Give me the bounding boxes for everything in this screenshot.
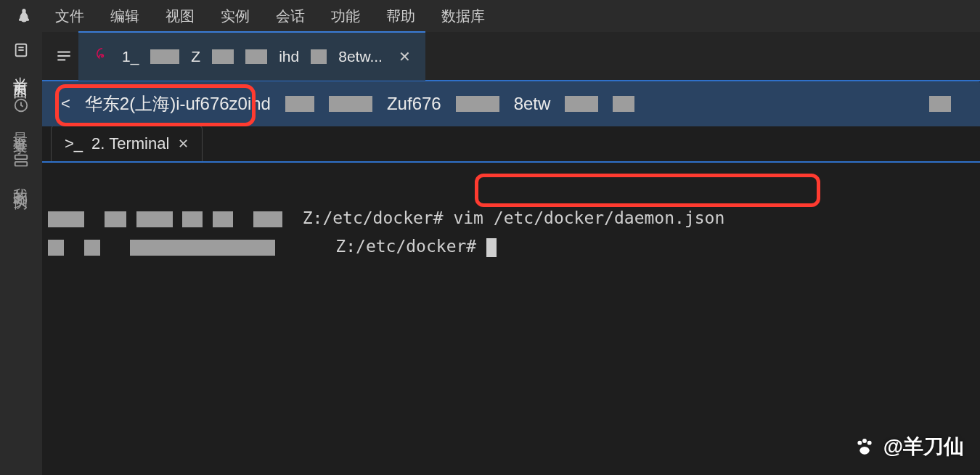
sidebar-tab-recent-login[interactable]: 最近登录	[12, 97, 31, 132]
breadcrumb-frag: 8etw	[514, 94, 551, 114]
terminal-tab-label: 2. Terminal	[91, 134, 169, 153]
sidebar-tab-label: 当前页面	[12, 65, 31, 77]
watermark-text: @羊刀仙	[883, 433, 964, 460]
svg-rect-4	[15, 155, 28, 160]
terminal-cursor	[486, 238, 497, 257]
svg-point-10	[862, 439, 867, 443]
menu-bar: 文件 编辑 视图 实例 会话 功能 帮助 数据库	[0, 0, 980, 32]
hamburger-icon[interactable]	[49, 46, 78, 65]
close-icon[interactable]: ✕	[178, 136, 189, 152]
tab-label-part: Z	[191, 48, 200, 65]
session-tab-bar: 1_ Z ihd 8etw... ✕	[42, 32, 980, 81]
sidebar-tab-my-instances[interactable]: 我的实例	[12, 153, 31, 187]
svg-point-12	[859, 447, 869, 455]
menu-database[interactable]: 数据库	[428, 7, 498, 26]
breadcrumb-bar: < 华东2(上海)i-uf676z0ihd Zuf676 8etw	[42, 81, 980, 126]
menu-edit[interactable]: 编辑	[97, 7, 152, 26]
menu-function[interactable]: 功能	[318, 7, 373, 26]
sidebar-tab-current-page[interactable]: 当前页面	[12, 42, 31, 77]
sidebar-tab-label: 最近登录	[12, 121, 31, 132]
terminal-output[interactable]: Z:/etc/docker# vim /etc/docker/daemon.js…	[42, 163, 980, 302]
menu-help[interactable]: 帮助	[373, 7, 428, 26]
linux-icon	[6, 7, 42, 25]
terminal-prompt-icon: >_	[65, 134, 83, 153]
menu-session[interactable]: 会话	[263, 7, 318, 26]
debian-icon	[94, 46, 110, 67]
session-tab[interactable]: 1_ Z ihd 8etw... ✕	[78, 31, 425, 81]
svg-point-11	[867, 441, 871, 445]
tab-label-part: 8etw...	[338, 48, 383, 65]
terminal-text: Z:/etc/docker#	[303, 208, 454, 227]
svg-point-9	[857, 441, 862, 445]
left-sidebar: 当前页面 最近登录 我的实例	[0, 32, 42, 475]
sidebar-tab-label: 我的实例	[12, 176, 31, 187]
close-icon[interactable]: ✕	[399, 48, 411, 65]
menu-instance[interactable]: 实例	[208, 7, 263, 26]
tab-label-part: ihd	[279, 48, 299, 65]
tab-label-part: 1_	[122, 48, 139, 65]
terminal-tab[interactable]: >_ 2. Terminal ✕	[51, 125, 203, 161]
breadcrumb-frag: Zuf676	[387, 94, 441, 114]
terminal-text: Z:/etc/docker#	[335, 237, 486, 256]
menu-file[interactable]: 文件	[42, 7, 97, 26]
svg-rect-5	[15, 162, 28, 166]
paw-icon	[853, 435, 876, 458]
terminal-tab-bar: >_ 2. Terminal ✕	[42, 126, 980, 163]
breadcrumb-text: 华东2(上海)i-uf676z0ihd	[85, 92, 271, 115]
chevron-left-icon[interactable]: <	[61, 94, 70, 113]
watermark: @羊刀仙	[853, 433, 964, 460]
menu-view[interactable]: 视图	[152, 7, 208, 26]
terminal-command: vim /etc/docker/daemon.json	[453, 208, 724, 227]
main-area: 1_ Z ihd 8etw... ✕ < 华东2(上海)i-uf676z0ihd…	[42, 32, 980, 475]
